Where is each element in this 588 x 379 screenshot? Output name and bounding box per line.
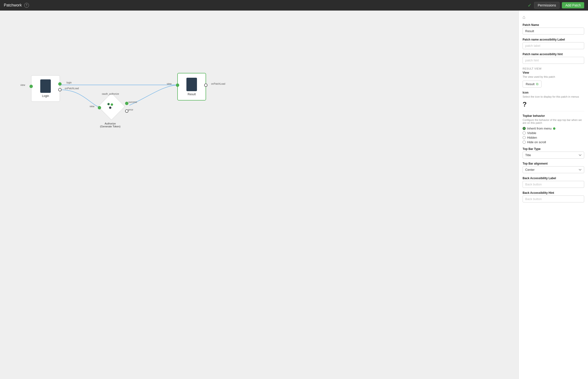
radio-hidden-input[interactable] [523, 136, 526, 139]
accessibility-hint-input[interactable] [523, 57, 584, 64]
app-header: Patchwork ? ✓ Permissions Add Patch [0, 0, 588, 11]
authorize-success-label: success [128, 101, 137, 103]
result-node[interactable]: view onPatchLoad Result [177, 73, 206, 100]
login-login-port[interactable] [58, 82, 62, 86]
result-view-tag: RESULT VIEW [523, 67, 584, 70]
icon-section-sublabel: Select the icon to display for this patc… [523, 95, 584, 98]
inherit-green-dot [553, 127, 555, 130]
authorize-error-label: error [128, 109, 133, 111]
view-btn-label: Result [526, 82, 535, 86]
radio-hide-on-scroll: Hide on scroll [523, 140, 584, 144]
authorize-node-label: Authorize(Generate Token) [95, 122, 126, 128]
back-accessibility-hint-input[interactable] [523, 195, 584, 203]
view-btn-icon: ⧉ [536, 82, 538, 86]
oauth-label: oauth_authorize [102, 93, 119, 95]
result-node-label: Result [188, 93, 196, 96]
login-node-label: Login [42, 94, 49, 98]
result-onpatchload-label: onPatchLoad [211, 82, 225, 85]
authorize-view-label: view [90, 105, 94, 108]
top-bar-type-select[interactable]: Title Search Custom [523, 152, 584, 158]
result-view-port[interactable] [176, 83, 179, 87]
topbar-behavior-label: Topbar behavior [523, 114, 584, 118]
radio-inherit-label: Inherit from menu [527, 127, 552, 130]
radio-visible-label: Visible [527, 131, 536, 135]
radio-hide-on-scroll-label: Hide on scroll [527, 140, 546, 144]
check-icon: ✓ [528, 2, 532, 8]
patch-icon-display[interactable]: ? [523, 100, 584, 108]
view-section-label: View [523, 71, 584, 74]
login-view-port[interactable] [29, 85, 33, 88]
header-right: ✓ Permissions Add Patch [528, 2, 584, 9]
help-icon[interactable]: ? [24, 3, 29, 8]
topbar-behavior-sublabel: Configure the behavior of the app top ba… [523, 118, 584, 124]
icon-section-label: Icon [523, 91, 584, 94]
radio-visible-input[interactable] [523, 131, 526, 135]
topbar-radio-group: Inherit from menu Visible Hidden Hide on… [523, 127, 584, 144]
login-login-label: login [67, 81, 72, 84]
back-accessibility-hint-title: Back Accessibility Hint [523, 191, 584, 194]
accessibility-label-title: Patch name accessibility Label [523, 38, 584, 41]
result-device-icon [186, 78, 197, 91]
radio-hidden: Hidden [523, 136, 584, 139]
permissions-button[interactable]: Permissions [534, 2, 559, 9]
authorize-dots [107, 103, 113, 106]
patch-name-input[interactable] [523, 28, 584, 34]
back-accessibility-label-title: Back Accessibility Label [523, 176, 584, 180]
result-onpatchload-port[interactable] [204, 83, 207, 87]
radio-inherit: Inherit from menu [523, 127, 584, 130]
radio-visible: Visible [523, 131, 584, 135]
login-view-label: view [20, 84, 25, 86]
home-icon[interactable]: ⌂ [523, 14, 584, 20]
top-bar-alignment-select[interactable]: Left Center Right [523, 166, 584, 173]
authorize-node[interactable]: oauth_authorize view success [101, 97, 122, 118]
top-bar-type-label: Top Bar Type [523, 147, 584, 151]
header-left: Patchwork ? [4, 3, 29, 8]
app-title: Patchwork [4, 3, 22, 7]
top-bar-alignment-label: Top Bar alignment [523, 162, 584, 165]
canvas-area[interactable]: view login onPatchLoad Login oauth_autho… [0, 11, 518, 379]
login-device-icon [40, 79, 51, 93]
right-panel: ⌂ Patch Name Patch name accessibility La… [518, 11, 588, 379]
divider-1 [523, 111, 584, 111]
login-onpatchload-port[interactable] [58, 88, 62, 91]
add-patch-button[interactable]: Add Patch [562, 2, 584, 8]
radio-hidden-label: Hidden [527, 136, 537, 139]
canvas-svg [0, 11, 518, 379]
radio-inherit-input[interactable] [523, 127, 526, 130]
accessibility-hint-title: Patch name accessibility hint [523, 52, 584, 56]
result-view-label: view [167, 82, 172, 85]
login-node[interactable]: view login onPatchLoad Login [31, 75, 60, 102]
back-accessibility-label-input[interactable] [523, 181, 584, 188]
view-section-sublabel: The view used by this patch [523, 75, 584, 78]
accessibility-label-input[interactable] [523, 42, 584, 49]
patch-name-label: Patch Name [523, 23, 584, 27]
view-result-button[interactable]: Result ⧉ [523, 80, 542, 88]
login-onpatchload-label: onPatchLoad [65, 87, 79, 90]
main-content: view login onPatchLoad Login oauth_autho… [0, 11, 588, 379]
radio-hide-on-scroll-input[interactable] [523, 141, 526, 144]
